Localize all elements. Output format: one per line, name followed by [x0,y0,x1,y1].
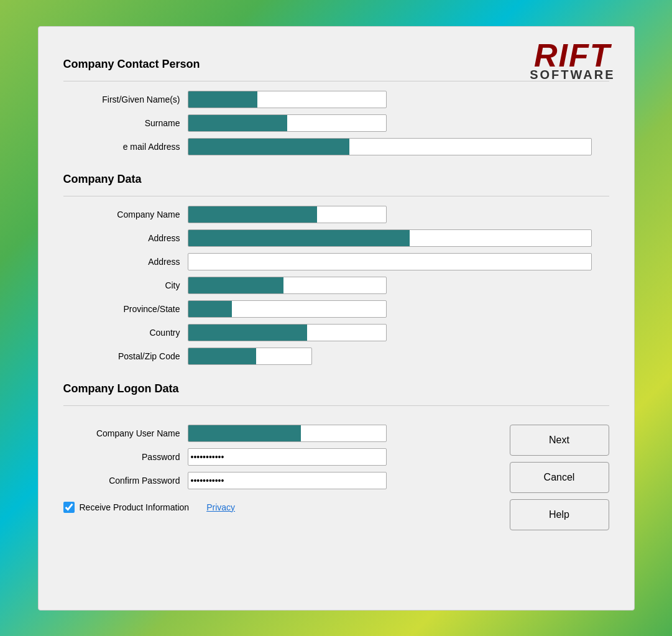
logon-fields-area: Company User Name Password Confirm Passw… [63,425,485,513]
address2-row: Address [63,253,609,270]
province-label: Province/State [63,304,188,314]
country-label: Country [63,328,188,338]
confirm-password-input[interactable] [188,472,387,489]
province-input[interactable] [188,300,387,318]
first-name-row: First/Given Name(s) [63,91,609,108]
help-button[interactable]: Help [510,499,609,530]
logon-divider [63,405,609,406]
company-name-input[interactable] [188,206,387,223]
username-row: Company User Name [63,425,485,442]
bottom-section: Company User Name Password Confirm Passw… [63,425,609,530]
country-input[interactable] [188,324,387,341]
first-name-label: First/Given Name(s) [63,94,188,104]
address1-row: Address [63,229,609,247]
postal-row: Postal/Zip Code [63,348,609,365]
confirm-password-label: Confirm Password [63,476,188,486]
address1-input[interactable] [188,229,592,247]
company-name-label: Company Name [63,210,188,219]
contact-divider [63,81,609,81]
country-row: Country [63,324,609,341]
first-name-input[interactable] [188,91,387,108]
postal-label: Postal/Zip Code [63,351,188,361]
city-input[interactable] [188,277,387,294]
surname-input[interactable] [188,114,387,132]
company-name-row: Company Name [63,206,609,223]
next-button[interactable]: Next [510,425,609,456]
address1-label: Address [63,233,188,243]
action-buttons-area: Next Cancel Help [510,425,609,530]
address2-input[interactable] [188,253,592,270]
rift-software-logo: RIFT SOFTWARE [530,39,615,81]
logo-software: SOFTWARE [530,68,615,81]
address2-label: Address [63,257,188,267]
cancel-button[interactable]: Cancel [510,462,609,493]
company-data-divider [63,196,609,196]
email-input[interactable] [188,138,592,155]
contact-section-title: Company Contact Person [63,58,609,71]
province-row: Province/State [63,300,609,318]
city-label: City [63,280,188,290]
email-row: e mail Address [63,138,609,155]
postal-input[interactable] [188,348,312,365]
company-data-section-title: Company Data [63,173,609,186]
surname-label: Surname [63,118,188,128]
password-label: Password [63,452,188,462]
email-label: e mail Address [63,142,188,152]
logo-rift: RIFT [530,39,615,71]
city-row: City [63,277,609,294]
checkbox-row: Receive Product Information Privacy [63,502,485,513]
privacy-link[interactable]: Privacy [206,502,235,512]
receive-info-label: Receive Product Information [80,502,190,512]
password-input[interactable] [188,448,387,466]
password-row: Password [63,448,485,466]
surname-row: Surname [63,114,609,132]
logon-section-title: Company Logon Data [63,382,609,395]
receive-info-checkbox[interactable] [63,502,75,513]
confirm-password-row: Confirm Password [63,472,485,489]
form-container: RIFT SOFTWARE Company Contact Person Fir… [38,26,635,611]
username-input[interactable] [188,425,387,442]
username-label: Company User Name [63,428,188,438]
